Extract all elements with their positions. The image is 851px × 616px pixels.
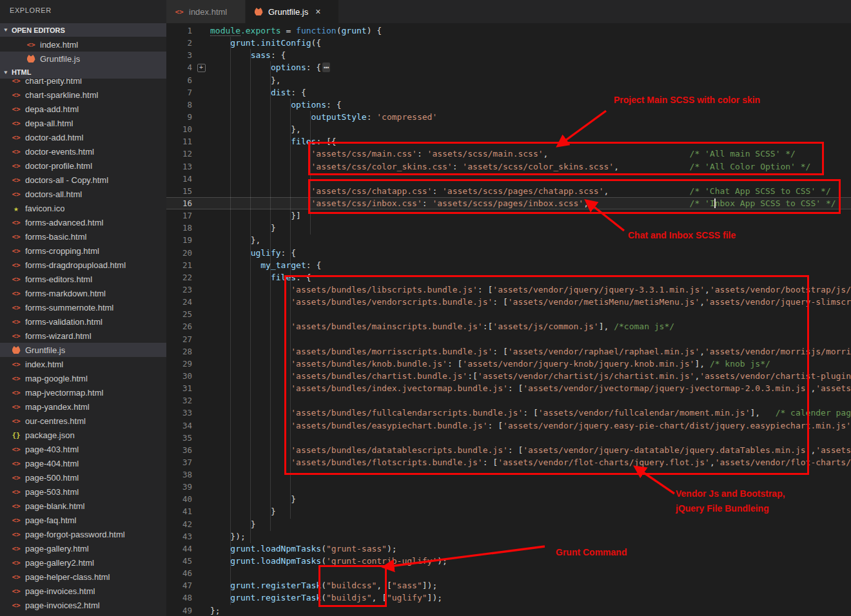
code-line[interactable]: 13 'assets/css/color_skins.css': 'assets… (166, 160, 851, 173)
code-line[interactable]: 11 files: [{ (166, 135, 851, 148)
file-item[interactable]: <>doctors-all.html (0, 187, 166, 201)
file-item[interactable]: <>forms-dragdropupload.html (0, 258, 166, 272)
code-line[interactable]: 29 'assets/bundles/knob.bundle.js': ['as… (166, 358, 851, 370)
tab-index-html[interactable]: <> index.html (166, 0, 245, 23)
code-line[interactable]: 34 'assets/bundles/easypiechart.bundle.j… (166, 419, 851, 432)
code-line[interactable]: 28 'assets/bundles/morrisscripts.bundle.… (166, 345, 851, 358)
open-editor-item[interactable]: <>index.html (0, 37, 166, 52)
code-line[interactable]: 45 grunt.loadNpmTasks('grunt-contrib-ugl… (166, 555, 851, 567)
code-line[interactable]: 26 'assets/bundles/mainscripts.bundle.js… (166, 320, 851, 332)
file-item[interactable]: <>forms-markdown.html (0, 286, 166, 300)
code-line[interactable]: 25 (166, 308, 851, 320)
file-item[interactable]: <>forms-validation.html (0, 314, 166, 329)
file-item[interactable]: <>depa-all.html (0, 116, 166, 130)
code-line[interactable]: 16 'assets/css/inbox.css': 'assets/scss/… (166, 197, 851, 209)
code-line[interactable]: 39 (166, 481, 851, 493)
code-line[interactable]: 4+ options: {⋯ (166, 61, 851, 73)
file-item[interactable]: <>page-invoices.html (0, 584, 166, 598)
code-line[interactable]: 1module.exports = function(grunt) { (166, 24, 851, 37)
file-item[interactable]: <>doctors-all - Copy.html (0, 173, 166, 187)
code-line[interactable]: 35 (166, 432, 851, 444)
file-item[interactable]: <>forms-basic.html (0, 229, 166, 244)
file-item[interactable]: <>page-403.html (0, 442, 166, 456)
file-item[interactable]: <>forms-summernote.html (0, 300, 166, 314)
file-item[interactable]: <>chart-sparkline.html (0, 88, 166, 102)
code-line[interactable]: 31 'assets/bundles/index.jvectormap.bund… (166, 382, 851, 394)
code-line[interactable]: 49}; (166, 604, 851, 616)
code-line[interactable]: 42 } (166, 518, 851, 530)
code-line[interactable]: 30 'assets/bundles/chartist.bundle.js':[… (166, 370, 851, 382)
code-area[interactable]: 1module.exports = function(grunt) {2 gru… (166, 24, 851, 616)
code-line[interactable]: 12 'assets/css/main.css': 'assets/scss/m… (166, 148, 851, 160)
code-line[interactable]: 18 } (166, 222, 851, 234)
code-line[interactable]: 40 } (166, 493, 851, 505)
code-line[interactable]: 20 uglify: { (166, 247, 851, 259)
file-item[interactable]: <>page-blank.html (0, 499, 166, 513)
code-line[interactable]: 36 'assets/bundles/datatablescripts.bund… (166, 444, 851, 456)
file-item[interactable]: Gruntfile.js (0, 343, 166, 357)
code-line[interactable]: 8 options: { (166, 99, 851, 111)
file-item[interactable]: <>page-404.html (0, 456, 166, 470)
file-item[interactable]: <>forms-editors.html (0, 272, 166, 286)
file-item[interactable]: <>page-500.html (0, 470, 166, 485)
code-line[interactable]: 14 (166, 173, 851, 185)
file-item[interactable]: <>page-helper-class.html (0, 570, 166, 584)
code-line[interactable]: 23 'assets/bundles/libscripts.bundle.js'… (166, 284, 851, 296)
file-item[interactable]: <>page-gallery.html (0, 541, 166, 555)
code-line[interactable]: 48 grunt.registerTask("buildjs", ["uglif… (166, 592, 851, 604)
file-item[interactable]: <>depa-add.html (0, 102, 166, 116)
file-item[interactable]: <>forms-wizard.html (0, 329, 166, 343)
file-name: forms-dragdropupload.html (25, 260, 126, 270)
code-line[interactable]: 38 (166, 468, 851, 481)
code-line[interactable]: 3 sass: { (166, 49, 851, 61)
code-line[interactable]: 44 grunt.loadNpmTasks("grunt-sass"); (166, 543, 851, 555)
file-item[interactable]: <>forms-advanced.html (0, 215, 166, 229)
code-line[interactable]: 10 }, (166, 123, 851, 135)
file-item[interactable]: <>map-yandex.html (0, 399, 166, 414)
file-item[interactable]: ★favicon.ico (0, 201, 166, 215)
code-editor[interactable]: 1module.exports = function(grunt) {2 gru… (166, 23, 851, 616)
file-item[interactable]: <>page-503.html (0, 485, 166, 499)
file-item[interactable]: <>doctor-events.html (0, 144, 166, 159)
code-line[interactable]: 46 (166, 567, 851, 579)
code-line[interactable]: 21 my_target: { (166, 259, 851, 271)
file-item[interactable]: <>our-centres.html (0, 414, 166, 428)
code-line[interactable]: 47 grunt.registerTask("buildcss", ["sass… (166, 579, 851, 592)
code-line[interactable]: 9 outputStyle: 'compressed' (166, 111, 851, 123)
code-line[interactable]: 15 'assets/css/chatapp.css': 'assets/scs… (166, 185, 851, 197)
file-item[interactable]: {}package.json (0, 428, 166, 442)
code-line[interactable]: 33 'assets/bundles/fullcalendarscripts.b… (166, 407, 851, 419)
close-icon[interactable]: × (315, 6, 320, 17)
file-item[interactable]: <>forms-cropping.html (0, 244, 166, 258)
fold-expand-icon[interactable]: + (192, 61, 210, 73)
file-item[interactable]: <>page-forgot-password.html (0, 527, 166, 541)
code-line[interactable]: 43 }); (166, 530, 851, 543)
code-line[interactable]: 7 dist: { (166, 86, 851, 99)
code-line[interactable]: 41 } (166, 505, 851, 517)
file-item[interactable]: <>page-gallery2.html (0, 555, 166, 570)
file-item[interactable]: <>page-faq.html (0, 513, 166, 527)
file-item[interactable]: <>map-google.html (0, 371, 166, 385)
code-line[interactable]: 22 files: { (166, 271, 851, 284)
code-line[interactable]: 37 'assets/bundles/flotscripts.bundle.js… (166, 456, 851, 468)
line-number: 25 (166, 308, 192, 320)
fold-gutter (192, 468, 210, 481)
file-item[interactable]: <>doctor-add.html (0, 130, 166, 144)
code-line[interactable]: 32 (166, 394, 851, 407)
file-item[interactable]: <>page-invoices2.html (0, 598, 166, 612)
html-section-header[interactable]: ▼ HTML (0, 66, 166, 79)
tab-gruntfile-js[interactable]: Gruntfile.js × (246, 0, 338, 23)
code-line[interactable]: 19 }, (166, 234, 851, 246)
file-item[interactable]: <>map-jvectormap.html (0, 385, 166, 399)
code-line[interactable]: 27 (166, 333, 851, 345)
open-editor-item[interactable]: Gruntfile.js (0, 52, 166, 66)
code-line[interactable]: 6 }, (166, 74, 851, 86)
code-line[interactable]: 2 grunt.initConfig({ (166, 37, 851, 49)
code-text: 'assets/bundles/morrisscripts.bundle.js'… (210, 345, 851, 358)
file-item[interactable]: <>doctor-profile.html (0, 159, 166, 173)
code-line[interactable]: 24 'assets/bundles/vendorscripts.bundle.… (166, 296, 851, 308)
open-editors-header[interactable]: ▼ OPEN EDITORS (0, 23, 166, 37)
editor-tab-bar: <> index.html Gruntfile.js × (166, 0, 851, 23)
file-item[interactable]: <>index.html (0, 357, 166, 371)
code-line[interactable]: 17 }] (166, 209, 851, 222)
